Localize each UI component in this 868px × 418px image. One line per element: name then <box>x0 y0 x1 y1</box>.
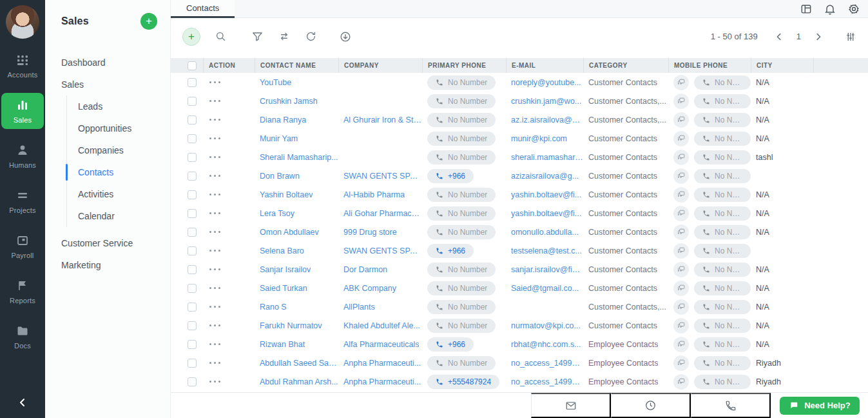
row-checkbox[interactable] <box>188 284 197 293</box>
sidebar-item-activities[interactable]: Activities <box>67 183 170 205</box>
row-actions-button[interactable] <box>208 97 222 104</box>
primary-phone-button[interactable]: No Number <box>427 94 496 108</box>
message-button[interactable] <box>673 150 689 165</box>
company-link[interactable]: SWAN GENTS SPA C... <box>343 246 422 255</box>
company-link[interactable]: Anpha Pharmaceuti... <box>343 377 421 386</box>
rail-item-humans[interactable]: Humans <box>1 138 44 174</box>
primary-phone-button[interactable]: +555487924 <box>427 375 499 389</box>
company-link[interactable]: Ali Gohar Pharmace... <box>343 209 422 218</box>
message-button[interactable] <box>673 206 689 221</box>
sync-button[interactable] <box>278 30 291 43</box>
collapse-sidebar-button[interactable] <box>0 397 45 410</box>
row-checkbox[interactable] <box>188 303 197 312</box>
contact-name-link[interactable]: Yashin Boltaev <box>260 190 313 199</box>
mobile-phone-button[interactable]: No Nu... <box>694 225 751 239</box>
refresh-button[interactable] <box>305 30 317 43</box>
email-link[interactable]: yashin.boltaev@fi... <box>511 190 581 199</box>
rail-item-projects[interactable]: Projects <box>1 183 44 219</box>
sidebar-item-dashboard[interactable]: Dashboard <box>45 52 170 74</box>
primary-phone-button[interactable]: No Number <box>427 206 496 221</box>
row-checkbox[interactable] <box>188 153 197 162</box>
row-checkbox[interactable] <box>188 340 197 349</box>
message-button[interactable] <box>673 187 689 203</box>
primary-phone-button[interactable]: No Number <box>427 300 496 314</box>
column-settings-button[interactable] <box>842 28 859 45</box>
search-button[interactable] <box>215 30 227 43</box>
email-link[interactable]: sherali.mamashari... <box>511 153 583 162</box>
rail-item-sales[interactable]: Sales <box>1 93 44 129</box>
message-button[interactable] <box>673 299 689 315</box>
message-button[interactable] <box>673 168 689 184</box>
rail-item-payroll[interactable]: Payroll <box>1 228 44 264</box>
company-link[interactable]: ABK Company <box>343 284 396 293</box>
call-action-button[interactable] <box>691 393 771 418</box>
column-header-primary-phone[interactable]: PRIMARY PHONE <box>422 58 506 73</box>
email-action-button[interactable] <box>531 393 611 418</box>
email-link[interactable]: yashin.boltaev@fi... <box>511 209 581 218</box>
contact-name-link[interactable]: Omon Abdullaev <box>260 228 319 237</box>
company-link[interactable]: 999 Drug store <box>343 228 397 237</box>
row-actions-button[interactable] <box>208 154 222 161</box>
column-header-city[interactable]: CITY <box>751 58 813 73</box>
email-link[interactable]: munir@kpi.com <box>511 134 567 143</box>
message-button[interactable] <box>673 355 689 371</box>
mobile-phone-button[interactable]: No Nu... <box>694 94 751 108</box>
contact-name-link[interactable]: Selena Baro <box>260 246 304 255</box>
rail-item-accounts[interactable]: Accounts <box>1 48 44 84</box>
row-checkbox[interactable] <box>188 246 197 255</box>
email-link[interactable]: noreply@youtube... <box>511 78 581 87</box>
row-actions-button[interactable] <box>208 172 222 179</box>
message-button[interactable] <box>673 75 689 90</box>
column-header-email[interactable]: E-MAIL <box>506 58 583 73</box>
primary-phone-button[interactable]: No Number <box>427 281 496 295</box>
row-actions-button[interactable] <box>208 135 222 142</box>
row-checkbox[interactable] <box>188 209 197 218</box>
mobile-phone-button[interactable]: No Nu... <box>694 281 751 295</box>
company-link[interactable]: AllPlants <box>343 303 375 312</box>
pagination-prev-button[interactable] <box>772 30 786 44</box>
message-button[interactable] <box>673 374 689 390</box>
contact-name-link[interactable]: Sanjar Israilov <box>260 265 311 274</box>
sidebar-add-button[interactable]: + <box>140 13 157 30</box>
row-checkbox[interactable] <box>188 228 197 237</box>
sidebar-item-contacts[interactable]: Contacts <box>67 161 170 183</box>
primary-phone-button[interactable]: No Number <box>427 150 496 164</box>
email-link[interactable]: testselena@test.c... <box>511 246 582 255</box>
select-all-checkbox[interactable] <box>188 61 197 70</box>
message-button[interactable] <box>673 262 689 277</box>
mobile-phone-button[interactable]: No Nu... <box>694 244 751 258</box>
mobile-phone-button[interactable]: No Nu... <box>694 206 751 221</box>
message-button[interactable] <box>673 337 689 352</box>
row-checkbox[interactable] <box>188 321 197 330</box>
need-help-button[interactable]: Need Help? <box>780 397 860 415</box>
activity-action-button[interactable] <box>611 393 691 418</box>
layout-panel-icon[interactable] <box>800 3 813 15</box>
row-checkbox[interactable] <box>188 265 197 274</box>
export-button[interactable] <box>339 30 352 43</box>
primary-phone-button[interactable]: No Number <box>427 225 496 239</box>
row-actions-button[interactable] <box>208 266 222 273</box>
row-actions-button[interactable] <box>208 210 222 217</box>
column-header-contact-name[interactable]: CONTACT NAME <box>255 58 338 73</box>
row-actions-button[interactable] <box>208 116 222 123</box>
row-checkbox[interactable] <box>188 134 197 143</box>
contact-name-link[interactable]: Rano S <box>260 303 287 312</box>
email-link[interactable]: Saied@tgmail.co... <box>511 284 579 293</box>
contact-name-link[interactable]: Rizwan Bhat <box>260 340 305 349</box>
row-checkbox[interactable] <box>188 359 197 368</box>
contact-name-link[interactable]: Don Brawn <box>260 172 300 181</box>
column-header-category[interactable]: CATEGORY <box>583 58 668 73</box>
company-link[interactable]: Dor Darmon <box>343 265 387 274</box>
primary-phone-button[interactable]: No Number <box>427 319 496 333</box>
email-link[interactable]: crushkin.jam@wo... <box>511 97 581 106</box>
filter-button[interactable] <box>251 30 264 43</box>
rail-item-reports[interactable]: Reports <box>1 274 44 310</box>
row-actions-button[interactable] <box>208 303 222 310</box>
email-link[interactable]: no_access_149932... <box>511 377 583 386</box>
contact-name-link[interactable]: Sherali Mamasharip... <box>260 153 338 162</box>
contact-name-link[interactable]: Diana Ranya <box>260 115 306 124</box>
primary-phone-button[interactable]: No Number <box>427 113 496 127</box>
primary-phone-button[interactable]: No Number <box>427 132 496 146</box>
sidebar-item-marketing[interactable]: Marketing <box>45 254 170 276</box>
row-checkbox[interactable] <box>188 172 197 181</box>
